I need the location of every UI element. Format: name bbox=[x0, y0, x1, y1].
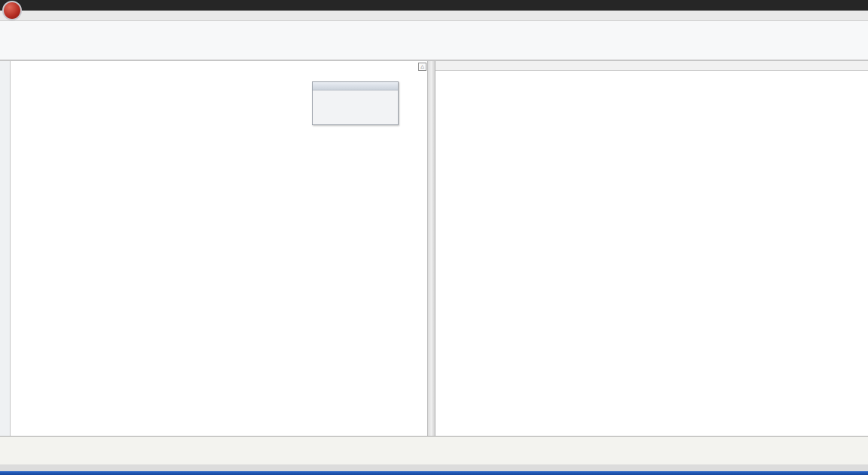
perspective-titlebar bbox=[436, 61, 868, 71]
idecad-window: △ bbox=[0, 0, 868, 475]
perspective-viewport[interactable] bbox=[436, 61, 868, 436]
status-bar bbox=[0, 464, 868, 471]
ribbon bbox=[0, 21, 868, 61]
ribbon-tab-row bbox=[0, 11, 868, 21]
app-logo-icon bbox=[2, 1, 22, 20]
command-line-panel[interactable] bbox=[0, 436, 868, 464]
perspective-canvas[interactable] bbox=[436, 71, 868, 436]
coordinate-box-dialog bbox=[312, 81, 399, 125]
taskbar-strip bbox=[0, 471, 868, 475]
viewport-menu-icon[interactable]: △ bbox=[418, 63, 426, 71]
viewport-splitter[interactable] bbox=[427, 61, 436, 436]
work-area: △ bbox=[0, 61, 868, 436]
titlebar bbox=[0, 0, 868, 11]
left-toolbar bbox=[0, 61, 11, 436]
window-title bbox=[226, 0, 642, 11]
